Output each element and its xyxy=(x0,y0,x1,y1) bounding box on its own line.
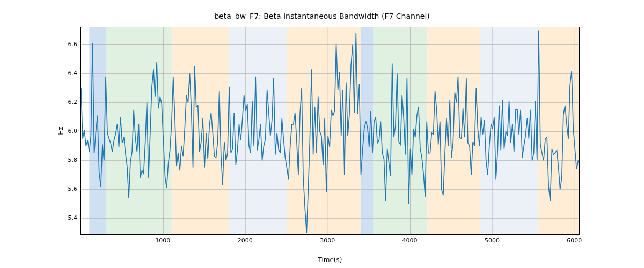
plot-area xyxy=(81,27,579,234)
chart-title: beta_bw_F7: Beta Instantaneous Bandwidth… xyxy=(0,12,644,20)
x-tick-label: 4000 xyxy=(402,237,418,244)
axes xyxy=(80,27,580,235)
figure: beta_bw_F7: Beta Instantaneous Bandwidth… xyxy=(0,0,644,268)
x-axis-label: Time(s) xyxy=(80,256,580,264)
x-tick-label: 5000 xyxy=(485,237,500,244)
x-tick-label: 2000 xyxy=(238,237,253,244)
y-axis-label: Hz xyxy=(56,27,65,235)
background-band xyxy=(538,27,579,234)
background-band xyxy=(229,27,287,234)
x-tick-label: 3000 xyxy=(320,237,335,244)
x-tick-label: 1000 xyxy=(155,237,170,244)
background-band xyxy=(89,27,106,234)
x-tick-label: 6000 xyxy=(567,237,582,244)
